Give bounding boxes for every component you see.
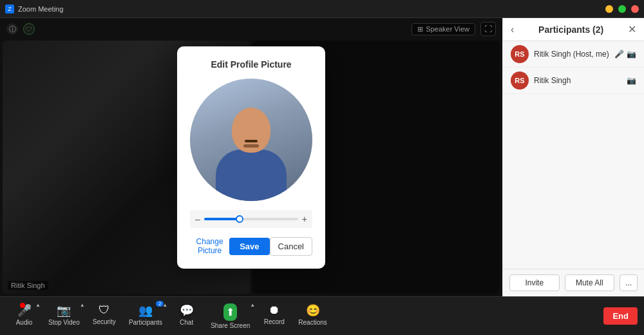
video-area: ⓘ 🛡 ⊞ Speaker View ⛶: [0, 18, 502, 296]
participant-name: Ritik Singh (Host, me): [534, 50, 609, 59]
title-bar: Z Zoom Meeting: [0, 0, 644, 18]
end-meeting-button[interactable]: End: [603, 307, 638, 325]
participants-icon: 👥: [138, 303, 153, 318]
audio-button[interactable]: 🎤 ▲ Audio: [6, 301, 42, 332]
invite-button[interactable]: Invite: [509, 274, 560, 291]
change-picture-button[interactable]: Change Picture: [190, 237, 229, 255]
video-camera-icon: 📷: [57, 303, 71, 318]
audio-label: Audio: [16, 319, 33, 326]
chat-button[interactable]: 💬 Chat: [169, 301, 204, 332]
mute-icon: 🎤: [614, 50, 624, 59]
video-icon: 📷: [627, 50, 636, 59]
participants-title: Participants (2): [538, 24, 603, 35]
slider-track[interactable]: [204, 218, 298, 220]
slider-thumb[interactable]: [236, 215, 243, 223]
person-mustache: [245, 140, 258, 142]
audio-red-dot: [20, 303, 25, 308]
avatar: RS: [511, 45, 529, 63]
chat-label: Chat: [180, 319, 193, 326]
toolbar: 🎤 ▲ Audio 📷 ▲ Stop Video 🛡 Security 👥 2 …: [0, 296, 644, 335]
person-mouth: [243, 144, 259, 148]
participant-item: RS Ritik Singh 📷: [503, 68, 644, 94]
participant-icons: 📷: [627, 76, 636, 85]
sidebar-close-icon[interactable]: ✕: [628, 23, 636, 35]
security-button[interactable]: 🛡 Security: [86, 301, 122, 332]
slider-plus-button[interactable]: +: [302, 214, 307, 224]
share-screen-button[interactable]: ⬆ ▲ Share Screen: [204, 301, 256, 332]
security-label: Security: [93, 318, 116, 325]
avatar: RS: [511, 72, 529, 90]
share-screen-icon-wrap: ⬆: [223, 303, 237, 321]
participant-item: RS Ritik Singh (Host, me) 🎤 📷: [503, 41, 644, 68]
cancel-button[interactable]: Cancel: [270, 237, 312, 256]
sidebar-bottom: Invite Mute All ...: [503, 269, 644, 296]
reactions-icon: 😊: [306, 303, 320, 318]
zoom-slider-container[interactable]: – +: [190, 210, 312, 228]
participants-arrow-icon[interactable]: ▲: [162, 302, 167, 308]
person-body: [216, 149, 287, 201]
record-label: Record: [264, 318, 285, 325]
modal-title: Edit Profile Picture: [190, 59, 312, 70]
title-bar-controls: [605, 5, 639, 13]
mute-all-button[interactable]: Mute All: [565, 274, 615, 291]
zoom-icon: Z: [5, 5, 14, 14]
title-bar-left: Z Zoom Meeting: [5, 5, 63, 14]
edit-profile-picture-modal: Edit Profile Picture: [177, 46, 325, 269]
participant-icons: 🎤 📷: [614, 50, 636, 59]
toolbar-right: End: [603, 307, 638, 325]
reactions-button[interactable]: 😊 Reactions: [292, 301, 333, 332]
main-layout: ⓘ 🛡 ⊞ Speaker View ⛶: [0, 18, 644, 296]
modal-overlay: Edit Profile Picture: [0, 18, 502, 296]
stop-video-button[interactable]: 📷 ▲ Stop Video: [42, 301, 86, 332]
close-button[interactable]: [631, 5, 639, 13]
stop-video-label: Stop Video: [48, 319, 80, 326]
sidebar-header: ‹ Participants (2) ✕: [503, 18, 644, 41]
participant-list: RS Ritik Singh (Host, me) 🎤 📷 RS Ritik S…: [503, 41, 644, 269]
toolbar-left: 🎤 ▲ Audio 📷 ▲ Stop Video 🛡 Security 👥 2 …: [6, 301, 603, 332]
profile-photo-container: [190, 79, 312, 201]
share-screen-arrow-icon[interactable]: ▲: [250, 302, 255, 308]
share-screen-icon: ⬆: [226, 307, 234, 318]
window-title: Zoom Meeting: [18, 5, 63, 13]
chat-icon: 💬: [180, 303, 194, 318]
maximize-button[interactable]: [618, 5, 626, 13]
profile-photo: [190, 79, 312, 201]
participants-sidebar: ‹ Participants (2) ✕ RS Ritik Singh (Hos…: [502, 18, 644, 296]
participant-name: Ritik Singh: [534, 76, 621, 85]
video-arrow-icon[interactable]: ▲: [80, 302, 85, 308]
share-screen-label: Share Screen: [211, 322, 250, 329]
security-icon: 🛡: [99, 303, 110, 317]
slider-minus-button[interactable]: –: [195, 214, 200, 224]
save-button[interactable]: Save: [229, 238, 269, 255]
participants-button[interactable]: 👥 2 ▲ Participants: [122, 301, 169, 332]
modal-actions: Change Picture Save Cancel: [190, 237, 312, 256]
reactions-label: Reactions: [298, 319, 327, 326]
participants-label: Participants: [129, 319, 162, 326]
record-icon: ⏺: [269, 303, 280, 317]
video-icon: 📷: [627, 76, 636, 85]
person-head: [232, 108, 270, 153]
minimize-button[interactable]: [605, 5, 613, 13]
record-button[interactable]: ⏺ Record: [256, 301, 292, 332]
audio-arrow-icon[interactable]: ▲: [35, 302, 41, 308]
person-silhouette: [216, 108, 287, 201]
sidebar-collapse-icon[interactable]: ‹: [511, 24, 514, 35]
more-options-button[interactable]: ...: [620, 274, 638, 291]
